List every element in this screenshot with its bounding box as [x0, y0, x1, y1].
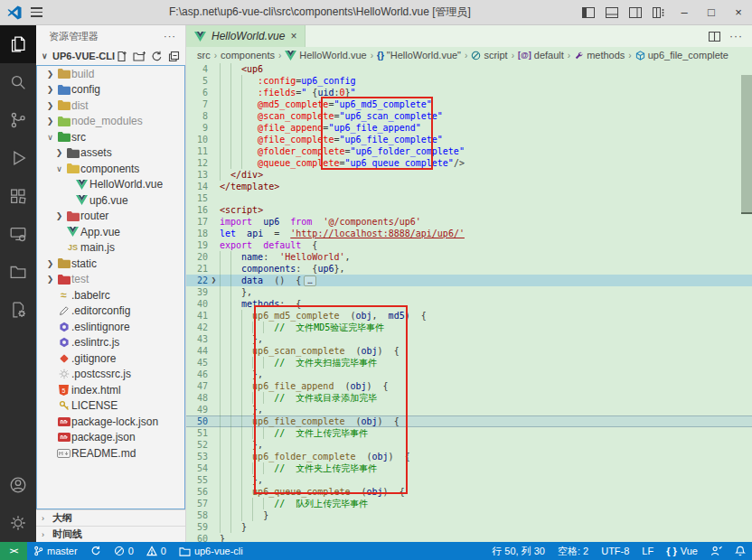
activity-run-debug-icon[interactable]: [0, 139, 36, 177]
code-line[interactable]: 16<script>: [186, 204, 752, 216]
code-line[interactable]: 18let api = 'http://localhost:8888/api/u…: [186, 228, 752, 239]
code-line[interactable]: 41up6_md5_complete (obj, md5) {: [186, 310, 752, 322]
status-git-branch[interactable]: master: [27, 542, 84, 560]
tree-item--eslintignore[interactable]: .eslintignore: [37, 319, 184, 335]
editor-more-actions[interactable]: ···: [729, 30, 743, 42]
chevron-right-icon[interactable]: ❯: [44, 70, 56, 79]
status-eol[interactable]: LF: [635, 542, 660, 560]
activity-explorer-icon[interactable]: [0, 25, 36, 63]
tree-item-test[interactable]: ❯test: [37, 272, 184, 288]
status-warnings[interactable]: 0: [140, 542, 173, 560]
chevron-down-icon[interactable]: ∨: [44, 133, 56, 142]
tree-item--postcssrc-js[interactable]: .postcssrc.js: [37, 367, 184, 383]
breadcrumb-item[interactable]: up6_file_complete: [635, 50, 728, 61]
code-line[interactable]: 7@md5_complete="up6_md5_complete": [186, 98, 752, 110]
tree-item-router[interactable]: ❯router: [37, 209, 184, 225]
status-errors[interactable]: 0: [108, 542, 140, 560]
editor-scrollbar[interactable]: [741, 75, 752, 214]
code-line[interactable]: 53up6_folder_complete (obj) {: [186, 451, 752, 462]
status-encoding[interactable]: UTF-8: [595, 542, 635, 560]
tree-item-components[interactable]: ∨components: [37, 161, 184, 177]
chevron-down-icon[interactable]: ∨: [53, 164, 65, 173]
collapse-all-icon[interactable]: [168, 51, 180, 62]
code-line[interactable]: 44up6_scan_complete (obj) {: [186, 345, 752, 357]
chevron-right-icon[interactable]: ❯: [44, 259, 56, 268]
tree-item-assets[interactable]: ❯assets: [37, 145, 184, 162]
breadcrumb-item[interactable]: script: [471, 50, 507, 61]
code-line[interactable]: 9@file_append="up6_file_append": [186, 122, 752, 134]
toggle-secondary-sidebar-icon[interactable]: [624, 0, 647, 24]
sidebar-more-actions[interactable]: ···: [164, 31, 176, 42]
tree-item--gitignore[interactable]: .gitignore: [37, 350, 184, 367]
tree-item-index-html[interactable]: 5index.html: [37, 382, 184, 398]
activity-folder-library-icon[interactable]: [0, 253, 36, 291]
timeline-panel-header[interactable]: › 时间线: [36, 526, 185, 542]
tree-item-build[interactable]: ❯build: [37, 66, 184, 82]
activity-settings-gear-icon[interactable]: [0, 504, 36, 542]
code-line[interactable]: 40methods: {: [186, 298, 752, 310]
refresh-icon[interactable]: [151, 51, 163, 62]
maximize-button[interactable]: □: [698, 0, 725, 24]
tree-item-package-lock-json[interactable]: package-lock.json: [37, 414, 184, 430]
code-line[interactable]: 12@queue_complete="up6_queue_complete"/>: [186, 157, 752, 169]
breadcrumb-item[interactable]: methods: [574, 50, 625, 61]
tree-item-helloworld-vue[interactable]: HelloWorld.vue: [37, 177, 184, 193]
folded-code-badge[interactable]: …: [304, 275, 315, 286]
tree-item-src[interactable]: ∨src: [37, 129, 184, 145]
status-sync[interactable]: [84, 542, 108, 560]
tree-item-dist[interactable]: ❯dist: [37, 98, 184, 114]
code-line[interactable]: 46},: [186, 369, 752, 380]
status-notifications[interactable]: [728, 542, 752, 560]
activity-extensions-icon[interactable]: [0, 177, 36, 215]
code-line[interactable]: 47up6_file_append (obj) {: [186, 380, 752, 392]
code-line[interactable]: 60}: [186, 533, 752, 542]
code-line[interactable]: 6:fields=" {uid:0}": [186, 87, 752, 98]
minimize-button[interactable]: –: [671, 0, 698, 24]
code-line[interactable]: 17import up6 from '@/components/up6': [186, 216, 752, 228]
toggle-panel-icon[interactable]: [600, 0, 624, 24]
code-line[interactable]: 45// 文件夹扫描完毕事件: [186, 357, 752, 369]
code-line[interactable]: 14</template>: [186, 181, 752, 192]
chevron-right-icon[interactable]: ❯: [44, 85, 56, 94]
project-root-row[interactable]: ∨ UP6-VUE-CLI: [36, 47, 185, 65]
code-line[interactable]: 13</div>: [186, 169, 752, 181]
status-remote-indicator[interactable]: ><: [0, 542, 27, 560]
code-line[interactable]: 54// 文件夹上传完毕事件: [186, 462, 752, 474]
tree-item-license[interactable]: LICENSE: [37, 398, 184, 415]
new-folder-icon[interactable]: [133, 51, 146, 62]
tree-item-static[interactable]: ❯static: [37, 256, 184, 272]
code-line[interactable]: 51// 文件上传完毕事件: [186, 427, 752, 439]
breadcrumb-item[interactable]: [@]default: [518, 50, 564, 61]
chevron-right-icon[interactable]: ❯: [44, 101, 56, 110]
tree-item-node-modules[interactable]: ❯node_modules: [37, 114, 184, 130]
breadcrumb-item[interactable]: components: [221, 50, 275, 61]
tree-item--editorconfig[interactable]: .editorconfig: [37, 303, 184, 320]
status-project-folder[interactable]: up6-vue-cli: [173, 542, 249, 560]
split-editor-icon[interactable]: [709, 32, 720, 42]
code-line[interactable]: 49},: [186, 404, 752, 415]
status-language-mode[interactable]: { }Vue: [660, 542, 704, 560]
code-line[interactable]: 22❯data () {…: [186, 275, 752, 286]
code-line[interactable]: 19export default {: [186, 239, 752, 251]
code-line[interactable]: 57// 队列上传完毕事件: [186, 498, 752, 509]
close-tab-icon[interactable]: ×: [290, 30, 296, 42]
code-line[interactable]: 55},: [186, 474, 752, 486]
code-line[interactable]: 8@scan_complete="up6_scan_complete": [186, 110, 752, 122]
code-line[interactable]: 50up6_file_complete (obj) {: [186, 415, 752, 427]
fold-chevron-icon[interactable]: ❯: [208, 275, 220, 286]
code-line[interactable]: 10@file_complete="up6_file_complete": [186, 134, 752, 145]
chevron-right-icon[interactable]: ❯: [44, 275, 56, 284]
customize-layout-icon[interactable]: [647, 0, 671, 24]
code-line[interactable]: 11@folder_complete="up6_folder_complete": [186, 145, 752, 157]
tree-item-main-js[interactable]: JSmain.js: [37, 240, 184, 257]
tree-item-app-vue[interactable]: App.vue: [37, 224, 184, 240]
breadcrumb-item[interactable]: HelloWorld.vue: [285, 50, 366, 61]
chevron-right-icon[interactable]: ❯: [53, 211, 65, 220]
tree-item-readme-md[interactable]: README.md: [37, 445, 184, 462]
code-line[interactable]: 15: [186, 192, 752, 204]
breadcrumb-item[interactable]: src: [197, 50, 211, 61]
activity-source-control-icon[interactable]: [0, 101, 36, 139]
code-line[interactable]: 42// 文件MD5验证完毕事件: [186, 322, 752, 333]
code-line[interactable]: 59}: [186, 521, 752, 533]
activity-search-icon[interactable]: [0, 63, 36, 101]
